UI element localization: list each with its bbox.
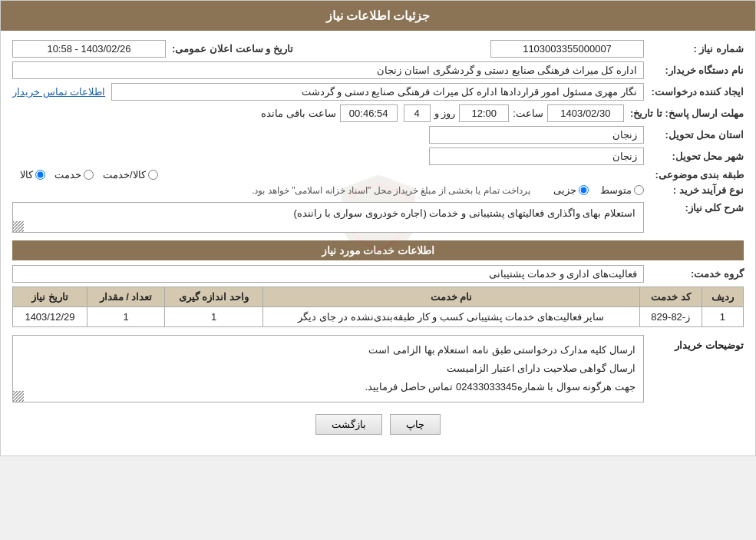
row-mohlat: مهلت ارسال پاسخ: تا تاریخ: 1403/02/30 سا…: [12, 104, 744, 122]
bottom-buttons: چاپ بازگشت: [12, 414, 744, 435]
shahr-label: شهر محل تحویل:: [644, 151, 744, 162]
taarikh-elan-label: تاریخ و ساعت اعلان عمومی:: [166, 43, 293, 55]
row-shahr: شهر محل تحویل: زنجان: [12, 147, 744, 165]
resize-handle[interactable]: [13, 221, 24, 232]
tosif-line-3: جهت هرگونه سوال با شماره02433033345 تماس…: [21, 379, 636, 396]
gorouh-label: گروه خدمت:: [644, 268, 744, 280]
page-header: جزئیات اطلاعات نیاز: [1, 1, 755, 31]
table-cell: 1: [165, 307, 263, 327]
khadamat-section-title: اطلاعات خدمات مورد نیاز: [12, 240, 744, 260]
tosif-line-1: ارسال کلیه مدارک درخواستی طبق نامه استعل…: [21, 342, 636, 359]
col-tedad: تعداد / مقدار: [87, 287, 164, 307]
roz-label: روز و: [434, 108, 456, 119]
noue-farayand-label: نوع فرآیند خرید :: [644, 184, 744, 196]
btn-chap[interactable]: چاپ: [390, 414, 441, 435]
saat-label: ساعت:: [513, 108, 543, 119]
roz-value: 4: [404, 104, 431, 122]
row-ostan: استان محل تحویل: زنجان: [12, 126, 744, 144]
table-cell: 1: [702, 307, 743, 327]
gorouh-value: فعالیت‌های اداری و خدمات پشتیبانی: [12, 265, 644, 283]
radio-khadamat-label: خدمت: [54, 169, 81, 181]
table-row: 1ز-82-829سایر فعالیت‌های خدمات پشتیبانی …: [13, 307, 744, 327]
sharh-text: استعلام بهای واگذاری فعالیتهای پشتیبانی …: [294, 207, 636, 219]
sharh-label: شرح کلی نیاز:: [644, 202, 744, 214]
saat-value: 12:00: [459, 104, 509, 122]
naam-dastgah-label: نام دستگاه خریدار:: [644, 65, 744, 76]
eijad-konande-label: ایجاد کننده درخواست:: [644, 86, 744, 98]
col-naam: نام خدمت: [262, 287, 639, 307]
radio-kala-khadamat[interactable]: [148, 170, 158, 180]
tabaqe-label: طبقه بندی موضوعی:: [644, 169, 744, 181]
table-cell: سایر فعالیت‌های خدمات پشتیبانی کسب و کار…: [262, 307, 639, 327]
radio-jozyi-label: جزیی: [553, 184, 576, 196]
radio-note: پرداخت تمام یا بخشی از مبلغ خریداز محل "…: [252, 185, 530, 196]
sharh-value: استعلام بهای واگذاری فعالیتهای پشتیبانی …: [12, 202, 644, 233]
row-noue-farayand: نوع فرآیند خرید : متوسط جزیی پرداخت تمام…: [12, 184, 744, 196]
row-shomare-tarikh: شماره نیاز : 1103003355000007 تاریخ و سا…: [12, 40, 744, 58]
radio-khadamat[interactable]: [84, 170, 94, 180]
tarikh-value: 1403/02/30: [547, 104, 624, 122]
khadamat-table: ردیف کد خدمت نام خدمت واحد اندازه گیری ت…: [12, 287, 744, 327]
table-cell: 1: [87, 307, 164, 327]
col-radif: ردیف: [702, 287, 743, 307]
radio-khadamat-item: خدمت: [54, 169, 94, 181]
radio-kala-khadamat-label: کالا/خدمت: [103, 169, 146, 181]
table-cell: ز-82-829: [639, 307, 702, 327]
shomare-niaz-label: شماره نیاز :: [644, 43, 744, 55]
radio-kala-khadamat-item: کالا/خدمت: [103, 169, 158, 181]
ostan-value: زنجان: [429, 126, 644, 144]
mohlat-label: مهلت ارسال پاسخ: تا تاریخ:: [624, 108, 744, 119]
radio-jozyi[interactable]: [579, 185, 589, 195]
row-sharh: R شرح کلی نیاز: استعلام بهای واگذاری فعا…: [12, 202, 744, 233]
eijad-konande-value: نگار مهری مسئول امور قراردادها اداره کل …: [111, 83, 644, 101]
table-cell: 1403/12/29: [13, 307, 87, 327]
btn-bazgasht[interactable]: بازگشت: [315, 414, 382, 435]
main-content: شماره نیاز : 1103003355000007 تاریخ و سا…: [1, 31, 755, 456]
shomare-niaz-value: 1103003355000007: [490, 40, 644, 58]
radio-kala[interactable]: [35, 170, 45, 180]
radio-kala-item: کالا: [20, 169, 45, 181]
baqi-value: 00:46:54: [340, 104, 398, 122]
radio-motevaset-item: متوسط: [600, 184, 644, 196]
tosif-label: توضیحات خریدار: [644, 335, 744, 351]
radio-motevaset-label: متوسط: [600, 184, 632, 196]
radio-jozyi-item: جزیی: [553, 184, 589, 196]
row-gorouh: گروه خدمت: فعالیت‌های اداری و خدمات پشتی…: [12, 265, 744, 283]
header-title: جزئیات اطلاعات نیاز: [326, 9, 431, 22]
naam-dastgah-value: اداره کل میراث فرهنگی صنایع دستی و گردشگ…: [12, 61, 644, 79]
etelaaat-tamas-link[interactable]: اطلاعات تماس خریدار: [12, 86, 105, 98]
tosif-line-2: ارسال گواهی صلاحیت دارای اعتبار الزامیست: [21, 360, 636, 377]
radio-motevaset[interactable]: [634, 185, 644, 195]
taarikh-elan-value: 1403/02/26 - 10:58: [12, 40, 166, 58]
col-tarikh: تاریخ نیاز: [13, 287, 87, 307]
ostan-label: استان محل تحویل:: [644, 129, 744, 141]
shahr-value: زنجان: [429, 147, 644, 165]
radio-kala-label: کالا: [20, 169, 33, 181]
row-tabaqe: طبقه بندی موضوعی: کالا/خدمت خدمت کالا: [12, 169, 744, 181]
tosif-box: ارسال کلیه مدارک درخواستی طبق نامه استعل…: [12, 335, 644, 403]
baqi-label: ساعت باقی مانده: [261, 108, 335, 119]
tosif-resize-handle[interactable]: [13, 391, 24, 402]
tabaqe-radio-group: کالا/خدمت خدمت کالا: [12, 169, 644, 181]
table-header-row: ردیف کد خدمت نام خدمت واحد اندازه گیری ت…: [13, 287, 744, 307]
col-vahed: واحد اندازه گیری: [165, 287, 263, 307]
row-tosif: توضیحات خریدار ارسال کلیه مدارک درخواستی…: [12, 335, 744, 403]
row-eijad-konande: ایجاد کننده درخواست: نگار مهری مسئول امو…: [12, 83, 744, 101]
page-wrapper: جزئیات اطلاعات نیاز شماره نیاز : 1103003…: [0, 0, 756, 456]
row-naam-dastgah: نام دستگاه خریدار: اداره کل میراث فرهنگی…: [12, 61, 744, 79]
col-kod: کد خدمت: [639, 287, 702, 307]
farayand-row: متوسط جزیی پرداخت تمام یا بخشی از مبلغ خ…: [12, 184, 644, 196]
